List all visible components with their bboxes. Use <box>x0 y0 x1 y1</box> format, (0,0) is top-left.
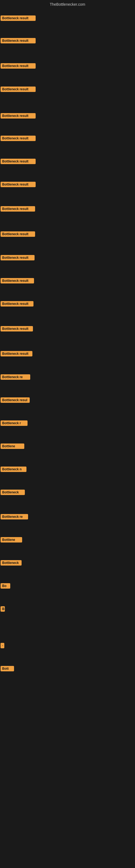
bottleneck-result-label[interactable]: Bottleneck result <box>1 16 36 21</box>
bottleneck-result-label[interactable]: Bottleneck result <box>1 301 34 307</box>
bottleneck-result-label[interactable]: Bottleneck result <box>1 278 34 283</box>
bottleneck-result-label[interactable]: Bott <box>1 666 14 671</box>
bottleneck-result-label[interactable]: Bottlene <box>1 443 24 449</box>
bottleneck-result-label[interactable]: Bottleneck re <box>1 514 28 520</box>
bottleneck-result-label[interactable]: Bottleneck result <box>1 38 36 43</box>
bottleneck-result-label[interactable]: Bottleneck r <box>1 421 28 426</box>
bottleneck-result-label[interactable]: Bottleneck result <box>1 351 32 356</box>
bottleneck-result-label[interactable]: Bottleneck <box>1 560 21 565</box>
bottleneck-result-label[interactable]: Bottleneck result <box>1 206 35 212</box>
bottleneck-result-label[interactable]: · <box>1 643 4 648</box>
bottleneck-result-label[interactable]: Bottleneck <box>1 490 25 495</box>
bottleneck-result-label[interactable]: B <box>1 606 5 612</box>
bottleneck-result-label[interactable]: Bottleneck result <box>1 113 36 119</box>
bottleneck-result-label[interactable]: Bottleneck result <box>1 182 36 187</box>
bottleneck-result-label[interactable]: Bottleneck result <box>1 231 35 237</box>
bottleneck-result-label[interactable]: Bo <box>1 583 10 589</box>
bottleneck-result-label[interactable]: Bottleneck result <box>1 87 36 92</box>
bottleneck-result-label[interactable]: Bottleneck result <box>1 255 35 260</box>
site-title: TheBottlenecker.com <box>0 2 135 6</box>
bottleneck-result-label[interactable]: Bottleneck re <box>1 374 30 380</box>
bottleneck-result-label[interactable]: Bottleneck result <box>1 159 36 164</box>
bottleneck-result-label[interactable]: Bottleneck n <box>1 467 27 472</box>
bottleneck-result-label[interactable]: Bottleneck result <box>1 326 33 332</box>
bottleneck-result-label[interactable]: Bottlene <box>1 537 22 542</box>
bottleneck-result-label[interactable]: Bottleneck result <box>1 135 36 141</box>
bottleneck-result-label[interactable]: Bottleneck result <box>1 63 36 69</box>
bottleneck-result-label[interactable]: Bottleneck resul <box>1 397 30 403</box>
